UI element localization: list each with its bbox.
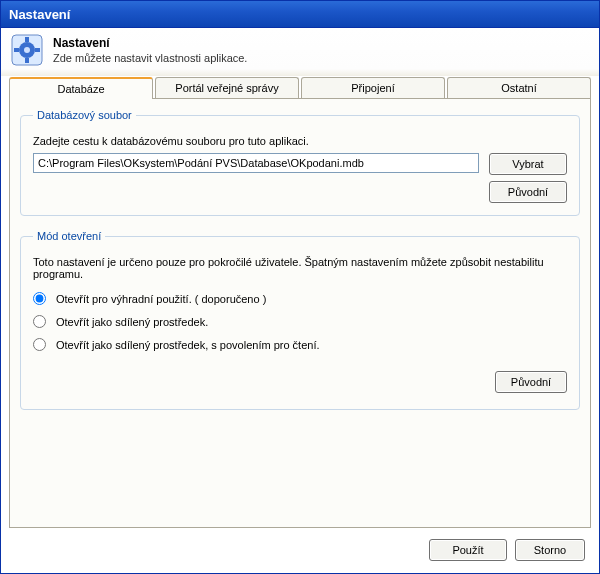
dialog-header: Nastavení Zde můžete nastavit vlastnosti… <box>1 28 599 76</box>
svg-rect-6 <box>35 48 40 52</box>
dialog-subtitle: Zde můžete nastavit vlastnosti aplikace. <box>53 52 247 64</box>
group-database-file-legend: Databázový soubor <box>33 109 136 121</box>
tab-portal[interactable]: Portál veřejné správy <box>155 77 299 99</box>
tab-bar: Databáze Portál veřejné správy Připojení… <box>1 76 599 98</box>
group-database-file: Databázový soubor Zadejte cestu k databá… <box>20 109 580 216</box>
cancel-button[interactable]: Storno <box>515 539 585 561</box>
settings-icon <box>11 34 43 66</box>
tab-page-database: Databázový soubor Zadejte cestu k databá… <box>9 98 591 528</box>
open-mode-radio-shared[interactable] <box>33 315 46 328</box>
open-mode-option-shared[interactable]: Otevřít jako sdílený prostředek. <box>33 315 567 328</box>
group-open-mode-legend: Mód otevření <box>33 230 105 242</box>
open-mode-option-shared-readonly[interactable]: Otevřít jako sdílený prostředek, s povol… <box>33 338 567 351</box>
database-path-input[interactable] <box>33 153 479 173</box>
open-mode-radio-exclusive[interactable] <box>33 292 46 305</box>
browse-button[interactable]: Vybrat <box>489 153 567 175</box>
window-titlebar[interactable]: Nastavení <box>0 0 600 28</box>
default-mode-button[interactable]: Původní <box>495 371 567 393</box>
dialog-title: Nastavení <box>53 36 247 50</box>
open-mode-note: Toto nastavení je určeno pouze pro pokro… <box>33 256 567 280</box>
dialog-footer: Použít Storno <box>429 539 585 561</box>
tab-connection[interactable]: Připojení <box>301 77 445 99</box>
default-db-button[interactable]: Původní <box>489 181 567 203</box>
tab-database[interactable]: Databáze <box>9 77 153 99</box>
open-mode-radio-shared-readonly[interactable] <box>33 338 46 351</box>
svg-rect-5 <box>14 48 19 52</box>
group-open-mode: Mód otevření Toto nastavení je určeno po… <box>20 230 580 410</box>
open-mode-option-exclusive[interactable]: Otevřít pro výhradní použití. ( doporuče… <box>33 292 567 305</box>
svg-rect-3 <box>25 37 29 42</box>
apply-button[interactable]: Použít <box>429 539 507 561</box>
tab-other[interactable]: Ostatní <box>447 77 591 99</box>
database-file-prompt: Zadejte cestu k databázovému souboru pro… <box>33 135 567 147</box>
svg-point-2 <box>24 47 30 53</box>
svg-rect-4 <box>25 58 29 63</box>
window-title: Nastavení <box>9 7 70 22</box>
